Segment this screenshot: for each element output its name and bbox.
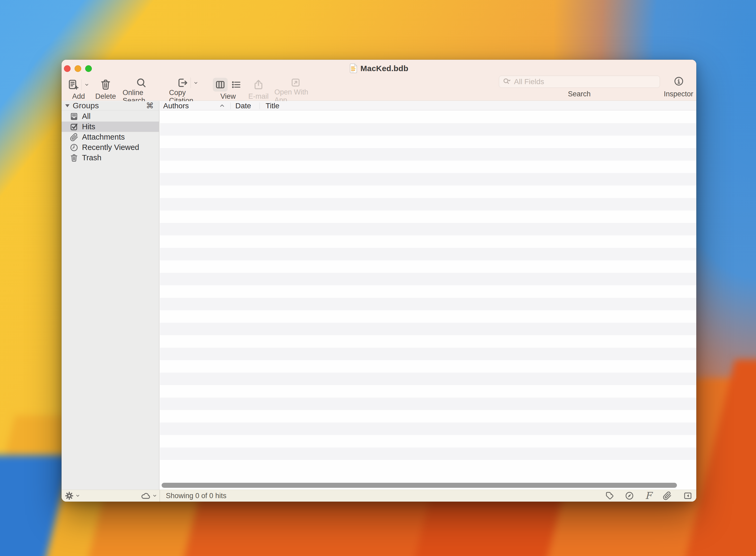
compass-button[interactable]: [625, 491, 634, 500]
column-label: Authors: [163, 102, 189, 110]
add-button[interactable]: Add: [65, 77, 92, 100]
share-icon: [253, 79, 264, 91]
groups-list: All Hits: [62, 111, 159, 163]
stack-tray-icon: [70, 112, 78, 121]
add-publication-icon[interactable]: [68, 79, 79, 91]
email-label: E-mail: [248, 92, 269, 100]
sidebar-item-label: Hits: [82, 123, 95, 131]
delete-button[interactable]: Delete: [98, 77, 114, 100]
sidebar-item-hits[interactable]: Hits: [62, 121, 159, 132]
divider: [81, 79, 82, 90]
column-label: Date: [236, 102, 251, 110]
open-external-icon: [290, 77, 301, 88]
sidebar-item-recently-viewed[interactable]: Recently Viewed: [62, 142, 159, 152]
window-title: MacKed.bdb: [360, 64, 408, 73]
column-header-date[interactable]: Date: [236, 101, 251, 110]
online-search-button[interactable]: Online Search: [122, 77, 160, 100]
action-menu-button[interactable]: [65, 491, 80, 500]
content-area: Groups ⌘ All: [62, 101, 696, 490]
status-message: Showing 0 of 0 hits: [166, 490, 226, 501]
column-header-authors[interactable]: Authors: [163, 101, 189, 110]
sidebar-item-label: Trash: [82, 153, 101, 162]
status-bar: Showing 0 of 0 hits F: [62, 490, 696, 501]
view-list-button[interactable]: [229, 78, 244, 92]
copy-citation-menu-chevron-icon[interactable]: [193, 80, 199, 86]
gear-icon: [65, 491, 74, 500]
tag-button[interactable]: [605, 491, 615, 500]
add-menu-chevron-icon[interactable]: [84, 82, 90, 88]
groups-sidebar: Groups ⌘ All: [62, 101, 159, 490]
document-proxy-icon: [350, 63, 357, 73]
view-label: View: [220, 92, 236, 100]
chevron-down-icon: [152, 493, 157, 498]
command-key-icon: ⌘: [146, 101, 154, 110]
column-header-title[interactable]: Title: [265, 101, 279, 110]
panel-collapse-icon: [683, 491, 693, 500]
paperclip-icon: [70, 133, 78, 142]
titlebar[interactable]: MacKed.bdb: [62, 60, 696, 77]
search-input[interactable]: [513, 77, 656, 86]
horizontal-scrollbar-thumb[interactable]: [161, 483, 677, 488]
bibtex-format-button[interactable]: F: [645, 491, 652, 500]
format-f-icon: F: [645, 491, 652, 500]
search-field[interactable]: [499, 76, 660, 88]
sidebar-item-attachments[interactable]: Attachments: [62, 132, 159, 142]
copy-citation-button[interactable]: Copy Citation: [169, 77, 206, 100]
column-divider[interactable]: [259, 102, 260, 109]
email-button: E-mail: [247, 77, 271, 100]
info-icon: [674, 76, 684, 86]
app-window: MacKed.bdb Add: [62, 60, 696, 501]
groups-title: Groups: [73, 101, 146, 110]
divider: [159, 490, 160, 501]
tag-icon: [605, 491, 615, 500]
toggle-side-panel-button[interactable]: [683, 491, 693, 500]
attachment-button[interactable]: [662, 491, 672, 500]
cloud-icon: [141, 491, 151, 501]
compass-icon: [625, 491, 634, 500]
inspector-label: Inspector: [658, 90, 699, 98]
disclosure-triangle-icon[interactable]: [65, 104, 70, 107]
delete-label: Delete: [95, 92, 116, 100]
view-columns-button[interactable]: [213, 78, 228, 92]
view-segmented-control: View: [212, 77, 245, 100]
chevron-down-icon: [75, 493, 80, 498]
trash-icon: [100, 79, 111, 91]
sort-ascending-icon: [219, 103, 225, 108]
sidebar-item-label: Attachments: [82, 133, 125, 141]
search-label: Search: [563, 90, 596, 98]
table-header: Authors Date Title: [160, 101, 696, 110]
sidebar-item-label: Recently Viewed: [82, 143, 139, 152]
sidebar-item-label: All: [82, 112, 91, 121]
table-rows-empty: [160, 111, 696, 473]
search-icon: [135, 77, 147, 89]
clock-icon: [70, 143, 78, 152]
trash-icon: [70, 153, 78, 163]
sidebar-item-trash[interactable]: Trash: [62, 152, 159, 163]
open-with-app-button: Open With App: [275, 77, 317, 100]
add-label: Add: [72, 92, 85, 100]
groups-header[interactable]: Groups ⌘: [62, 101, 159, 110]
paperclip-icon: [662, 491, 672, 500]
export-citation-icon[interactable]: [177, 77, 188, 89]
inspector-button[interactable]: [674, 76, 684, 86]
publications-table: Authors Date Title: [160, 101, 696, 490]
divider: [190, 77, 191, 88]
sidebar-item-all[interactable]: All: [62, 111, 159, 121]
search-menu-icon[interactable]: [502, 77, 511, 86]
column-label: Title: [265, 102, 279, 110]
cloud-sync-button[interactable]: [141, 491, 157, 501]
checkbox-checked-icon: [70, 123, 78, 131]
